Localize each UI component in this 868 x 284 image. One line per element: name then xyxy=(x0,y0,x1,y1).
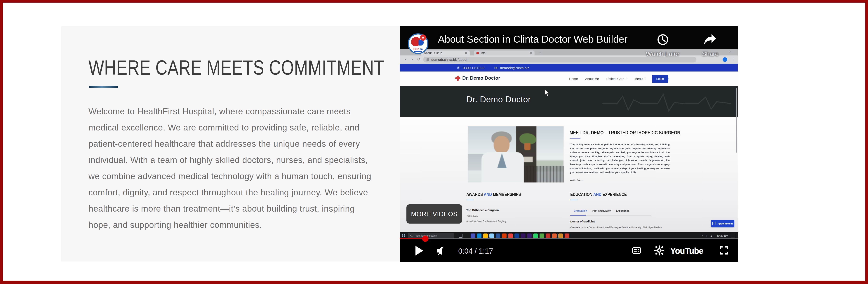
about-paragraph: Your ability to move without pain is the… xyxy=(570,143,670,175)
youtube-video-player[interactable]: About Section in Clinta Doctor Web Build… xyxy=(400,26,738,262)
site-name: Dr. Demo Doctor xyxy=(462,75,500,81)
about-heading: MEET DR. DEMO – TRUSTED ORTHOPEDIC SURGE… xyxy=(569,130,700,136)
frame-border-right xyxy=(865,0,868,284)
more-videos-button[interactable]: MORE VIDEOS xyxy=(406,204,462,224)
heading-divider xyxy=(89,86,118,88)
tray-icons: ^ ◌ ▲ xyxy=(702,234,714,237)
forward-icon: › xyxy=(411,57,413,62)
video-title[interactable]: About Section in Clinta Doctor Web Build… xyxy=(438,33,628,45)
taskbar-app-icon xyxy=(496,233,500,238)
browser-profile-avatar xyxy=(722,57,727,62)
progress-scrubber[interactable] xyxy=(422,235,428,242)
tab-favicon xyxy=(476,52,479,54)
site-info-icon xyxy=(427,58,429,61)
taskbar-app-icon xyxy=(477,233,482,238)
video-progress-bar[interactable] xyxy=(400,238,738,239)
site-hero: Dr. Demo Doctor xyxy=(400,86,738,117)
share-label[interactable]: Share xyxy=(695,50,725,58)
taskbar-app-icon xyxy=(489,233,494,238)
taskbar-app-icon xyxy=(508,233,513,238)
site-email: demodr@clinta.biz xyxy=(500,66,529,70)
plant-pot xyxy=(524,143,530,150)
doctor-photo xyxy=(468,126,564,183)
site-phone: 0300 1111935 xyxy=(463,66,485,70)
frame-border-top xyxy=(0,0,868,3)
channel-avatar[interactable]: R ClinTa xyxy=(408,33,428,54)
tab-graduation: Graduation xyxy=(574,209,587,212)
miniplayer-icon[interactable] xyxy=(632,247,641,254)
taskbar-app-icon xyxy=(471,233,475,238)
taskbar-app-icon xyxy=(539,233,544,238)
tab-close-icon: ✕ xyxy=(530,52,532,55)
browser-tab-active: About - ClinTa✕ xyxy=(422,51,470,56)
about-heading-divider xyxy=(570,138,581,139)
site-navbar: Dr. Demo Doctor HomeAbout MePatient Care… xyxy=(400,71,738,86)
taskbar-app-icon xyxy=(558,233,563,238)
taskbar-app-icon xyxy=(552,233,557,238)
education-divider xyxy=(570,199,578,200)
notification-icon xyxy=(731,234,735,238)
page: WHERE CARE MEETS COMMITMENT Welcome to H… xyxy=(0,0,868,284)
play-button[interactable] xyxy=(415,246,423,255)
browser-address-bar: ‹ › ⟳ demodr.clinta.biz/about ⋮ xyxy=(400,56,738,64)
taskbar-app-icon xyxy=(533,233,538,238)
taskbar-tray: ^ ◌ ▲ 12:32 pm xyxy=(702,234,735,238)
site-menu-item: Home xyxy=(569,77,578,81)
site-hero-title: Dr. Demo Doctor xyxy=(466,94,531,104)
avatar-rx-badge: R xyxy=(420,34,426,41)
ekg-line-graphic xyxy=(602,93,732,113)
search-icon xyxy=(410,234,413,237)
progress-played xyxy=(400,238,425,239)
tabs-progress-line xyxy=(570,215,651,216)
medical-cross-icon xyxy=(455,75,460,81)
share-icon[interactable] xyxy=(703,33,717,45)
avatar-logo-shape xyxy=(418,40,424,45)
mouse-cursor xyxy=(544,89,550,97)
youtube-logo[interactable]: YouTube xyxy=(670,246,703,256)
site-login-button: Login xyxy=(652,75,668,83)
education-tabs: Graduation Post Graduation Experience xyxy=(574,209,629,212)
taskbar-search: Type here to search xyxy=(408,233,454,238)
taskbar-app-icon xyxy=(483,233,488,238)
back-icon: ‹ xyxy=(405,57,406,62)
reload-icon: ⟳ xyxy=(417,57,421,62)
task-view-icon xyxy=(459,234,463,238)
site-menu-item: Patient Care + xyxy=(607,77,627,81)
site-menu-item: About Me xyxy=(585,77,599,81)
settings-gear-icon[interactable] xyxy=(654,245,665,256)
url-field: demodr.clinta.biz/about xyxy=(423,57,696,62)
taskbar-app-icon xyxy=(515,233,519,238)
tray-clock: 12:32 pm xyxy=(716,234,728,238)
awards-divider xyxy=(466,199,474,200)
degree-title: Doctor of Medicine xyxy=(570,220,595,223)
frame-border-left xyxy=(0,0,3,284)
watch-later-icon[interactable] xyxy=(657,34,669,45)
browser-scrollbar xyxy=(736,88,737,153)
degree-description: Graduated with a Doctor of Medicine (MD)… xyxy=(570,226,681,229)
site-logo: Dr. Demo Doctor xyxy=(455,75,500,81)
tab-experience: Experience xyxy=(616,209,629,212)
phone-icon: ✆ xyxy=(457,66,460,70)
fullscreen-icon[interactable] xyxy=(720,246,728,255)
doctor-face xyxy=(494,136,509,154)
mute-icon[interactable] xyxy=(436,246,446,256)
award-organization: American Joint Replacement Registry xyxy=(466,220,506,223)
watch-later-label[interactable]: Watch Later xyxy=(641,50,685,58)
frame-border-bottom xyxy=(0,281,868,284)
site-topbar: ✆ 0300 1111935 ✉ demodr@clinta.biz xyxy=(400,64,738,71)
award-title: Top Orthopedic Surgeon xyxy=(466,209,499,212)
calendar-icon xyxy=(712,222,716,225)
avatar-underline xyxy=(414,51,422,52)
new-tab-icon: + xyxy=(539,51,541,55)
award-year: Year: 2021 xyxy=(466,214,478,217)
taskbar-app-icon xyxy=(521,233,525,238)
player-controls-bar: 0:04 / 1:17 YouTube xyxy=(400,240,738,262)
windows-start-icon xyxy=(402,234,405,238)
about-signature: — Dr. Demo xyxy=(570,179,583,182)
browser-tab-bar: About - ClinTa✕ Info✕ + ✕ xyxy=(400,50,738,56)
appointment-button: Appointment xyxy=(711,220,734,227)
awards-heading: AWARDS AND MEMBERSHIPS xyxy=(466,192,530,197)
mail-icon: ✉ xyxy=(494,66,497,70)
section-paragraph: Welcome to HealthFirst Hospital, where c… xyxy=(89,103,374,233)
browser-tab: Info✕ xyxy=(474,51,534,56)
